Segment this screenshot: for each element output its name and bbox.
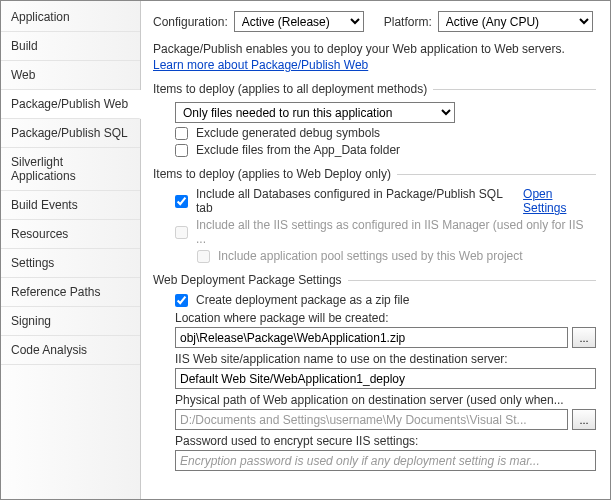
location-input[interactable] <box>175 327 568 348</box>
location-caption: Location where package will be created: <box>175 311 596 325</box>
sidebar-item-package-publish-sql[interactable]: Package/Publish SQL <box>1 119 140 148</box>
configuration-select[interactable]: Active (Release) <box>234 11 364 32</box>
create-zip-checkbox[interactable] <box>175 294 188 307</box>
include-apppool-label: Include application pool settings used b… <box>218 249 523 263</box>
sidebar-item-resources[interactable]: Resources <box>1 220 140 249</box>
items-to-deploy-select[interactable]: Only files needed to run this applicatio… <box>175 102 455 123</box>
sidebar: Application Build Web Package/Publish We… <box>1 1 141 499</box>
sidebar-item-application[interactable]: Application <box>1 3 140 32</box>
exclude-appdata-checkbox[interactable] <box>175 144 188 157</box>
include-databases-checkbox[interactable] <box>175 195 188 208</box>
section-header-web-deploy: Items to deploy (applies to Web Deploy o… <box>153 167 596 181</box>
sidebar-item-web[interactable]: Web <box>1 61 140 90</box>
location-browse-button[interactable]: ... <box>572 327 596 348</box>
configuration-label: Configuration: <box>153 15 228 29</box>
sidebar-item-reference-paths[interactable]: Reference Paths <box>1 278 140 307</box>
section-header-package-settings: Web Deployment Package Settings <box>153 273 596 287</box>
create-zip-label: Create deployment package as a zip file <box>196 293 409 307</box>
intro-text: Package/Publish enables you to deploy yo… <box>153 42 596 56</box>
physical-path-browse-button[interactable]: ... <box>572 409 596 430</box>
password-input[interactable] <box>175 450 596 471</box>
platform-label: Platform: <box>384 15 432 29</box>
physical-path-caption: Physical path of Web application on dest… <box>175 393 596 407</box>
sidebar-item-build-events[interactable]: Build Events <box>1 191 140 220</box>
iis-name-input[interactable] <box>175 368 596 389</box>
sidebar-item-settings[interactable]: Settings <box>1 249 140 278</box>
physical-path-input <box>175 409 568 430</box>
sidebar-item-signing[interactable]: Signing <box>1 307 140 336</box>
sidebar-item-package-publish-web[interactable]: Package/Publish Web <box>1 90 141 119</box>
sidebar-item-build[interactable]: Build <box>1 32 140 61</box>
sidebar-item-silverlight[interactable]: Silverlight Applications <box>1 148 140 191</box>
include-databases-label: Include all Databases configured in Pack… <box>196 187 509 215</box>
password-caption: Password used to encrypt secure IIS sett… <box>175 434 596 448</box>
main-panel: Configuration: Active (Release) Platform… <box>141 1 610 499</box>
include-iis-checkbox <box>175 226 188 239</box>
include-apppool-checkbox <box>197 250 210 263</box>
iis-name-caption: IIS Web site/application name to use on … <box>175 352 596 366</box>
learn-more-link[interactable]: Learn more about Package/Publish Web <box>153 58 368 72</box>
platform-select[interactable]: Active (Any CPU) <box>438 11 593 32</box>
exclude-appdata-label: Exclude files from the App_Data folder <box>196 143 400 157</box>
section-header-all-methods: Items to deploy (applies to all deployme… <box>153 82 596 96</box>
include-iis-label: Include all the IIS settings as configur… <box>196 218 596 246</box>
exclude-debug-label: Exclude generated debug symbols <box>196 126 380 140</box>
sidebar-item-code-analysis[interactable]: Code Analysis <box>1 336 140 365</box>
open-settings-link[interactable]: Open Settings <box>523 187 596 215</box>
exclude-debug-checkbox[interactable] <box>175 127 188 140</box>
